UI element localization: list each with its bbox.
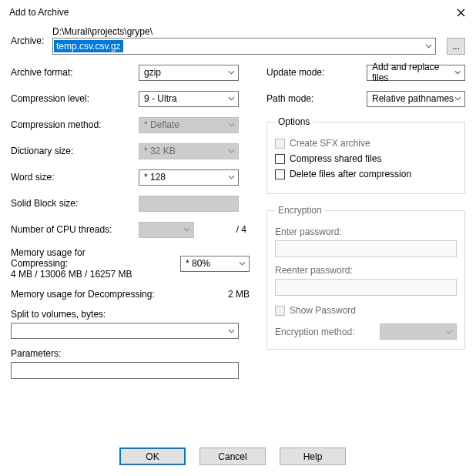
chevron-down-icon <box>183 227 190 232</box>
parameters-label: Parameters: <box>11 348 250 359</box>
dictionary-size-combo[interactable]: * 32 KB <box>139 143 239 159</box>
encryption-method-label: Encryption method: <box>275 327 374 337</box>
close-button[interactable] <box>454 6 467 18</box>
browse-button[interactable]: ... <box>447 38 465 55</box>
compression-level-value: 9 - Ultra <box>144 93 177 104</box>
update-mode-value: Add and replace files <box>372 62 454 83</box>
dialog-title: Add to Archive <box>9 7 69 18</box>
delete-after-checkbox[interactable] <box>275 169 285 179</box>
archive-path: D:\Murali\projects\grype\ <box>52 26 465 37</box>
archive-filename: temp.csv.csv.gz <box>54 40 123 52</box>
path-mode-value: Relative pathnames <box>372 93 454 104</box>
show-password-label: Show Password <box>290 305 356 316</box>
solid-block-size-combo <box>139 196 239 212</box>
chevron-down-icon <box>421 39 435 54</box>
cpu-threads-total: / 4 <box>194 224 250 235</box>
help-button[interactable]: Help <box>280 448 346 465</box>
mem-compress-label: Memory usage for Compressing: <box>11 247 139 269</box>
encryption-fieldset: Encryption Enter password: Reenter passw… <box>266 205 465 350</box>
encryption-legend: Encryption <box>275 205 325 216</box>
options-legend: Options <box>275 116 313 127</box>
compression-method-label: Compression method: <box>11 119 139 130</box>
chevron-down-icon <box>239 261 246 266</box>
mem-decompress-label: Memory usage for Decompressing: <box>11 289 155 300</box>
archive-format-label: Archive format: <box>11 67 139 78</box>
dictionary-size-label: Dictionary size: <box>11 146 139 156</box>
archive-filename-combo[interactable]: temp.csv.csv.gz <box>52 38 436 55</box>
close-icon <box>457 8 465 17</box>
compression-level-combo[interactable]: 9 - Ultra <box>139 91 239 107</box>
reenter-password-label: Reenter password: <box>275 265 457 276</box>
delete-after-label: Delete files after compression <box>290 169 411 179</box>
chevron-down-icon <box>228 329 235 334</box>
show-password-checkbox <box>275 306 285 316</box>
chevron-down-icon <box>446 330 453 334</box>
chevron-down-icon <box>228 175 235 179</box>
solid-block-size-label: Solid Block size: <box>11 198 139 209</box>
chevron-down-icon <box>228 149 235 153</box>
chevron-down-icon <box>454 70 461 75</box>
word-size-label: Word size: <box>11 172 139 183</box>
browse-label: ... <box>452 41 460 52</box>
archive-format-combo[interactable]: gzip <box>139 65 239 81</box>
compress-shared-checkbox[interactable] <box>275 154 285 164</box>
mem-compress-sub: 4 MB / 13006 MB / 16257 MB <box>11 269 139 280</box>
parameters-input[interactable] <box>11 362 239 379</box>
cpu-threads-label: Number of CPU threads: <box>11 224 139 235</box>
cpu-threads-combo <box>139 222 194 238</box>
archive-label: Archive: <box>11 26 52 46</box>
chevron-down-icon <box>228 70 235 75</box>
update-mode-combo[interactable]: Add and replace files <box>367 65 465 81</box>
enter-password-input <box>275 240 457 257</box>
mem-compress-combo[interactable]: * 80% <box>180 256 250 272</box>
dictionary-size-value: * 32 KB <box>144 146 176 156</box>
ok-button[interactable]: OK <box>119 448 186 465</box>
sfx-checkbox <box>275 139 285 149</box>
enter-password-label: Enter password: <box>275 226 457 237</box>
archive-format-value: gzip <box>144 67 161 78</box>
word-size-value: * 128 <box>144 172 166 183</box>
compress-shared-label: Compress shared files <box>290 153 381 164</box>
chevron-down-icon <box>228 122 235 127</box>
mem-decompress-value: 2 MB <box>228 289 250 300</box>
compression-method-combo[interactable]: * Deflate <box>139 117 239 133</box>
encryption-method-combo <box>380 323 457 340</box>
word-size-combo[interactable]: * 128 <box>139 169 239 186</box>
chevron-down-icon <box>454 96 461 101</box>
help-label: Help <box>303 451 323 462</box>
dialog-window: Add to Archive Archive: D:\Murali\projec… <box>0 0 476 476</box>
path-mode-combo[interactable]: Relative pathnames <box>367 91 465 107</box>
chevron-down-icon <box>228 96 235 101</box>
reenter-password-input <box>275 279 457 296</box>
cancel-label: Cancel <box>218 451 246 462</box>
sfx-label: Create SFX archive <box>290 138 370 149</box>
cancel-button[interactable]: Cancel <box>199 448 266 465</box>
titlebar: Add to Archive <box>0 0 476 22</box>
split-combo[interactable] <box>11 323 239 339</box>
update-mode-label: Update mode: <box>266 67 367 78</box>
compression-method-value: * Deflate <box>144 119 179 130</box>
ok-label: OK <box>146 451 159 462</box>
mem-compress-value: * 80% <box>186 258 210 269</box>
path-mode-label: Path mode: <box>266 93 367 104</box>
compression-level-label: Compression level: <box>11 93 139 104</box>
options-fieldset: Options Create SFX archive Compress shar… <box>266 116 465 194</box>
split-label: Split to volumes, bytes: <box>11 309 250 320</box>
